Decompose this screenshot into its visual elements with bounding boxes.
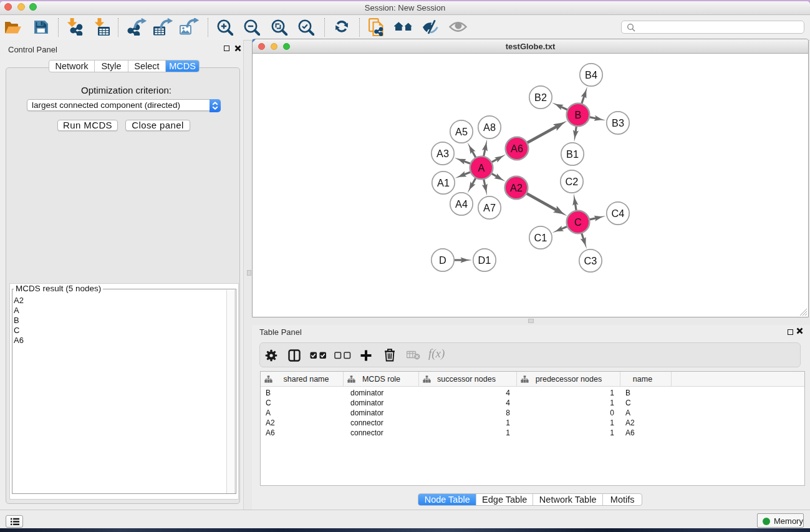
svg-text:C3: C3 [584,255,597,266]
svg-text:A7: A7 [483,202,496,213]
svg-text:B3: B3 [612,117,624,128]
svg-text:B2: B2 [534,92,547,103]
svg-text:A4: A4 [455,198,468,210]
svg-text:A6: A6 [511,143,523,154]
svg-text:A2: A2 [510,182,523,193]
svg-text:B1: B1 [566,148,579,160]
svg-text:A8: A8 [483,122,496,133]
svg-text:D1: D1 [478,254,491,266]
svg-text:A1: A1 [437,177,450,188]
svg-text:A: A [478,162,485,173]
svg-text:C: C [574,216,582,228]
svg-text:B: B [575,109,582,120]
svg-text:A5: A5 [455,126,468,137]
svg-text:C4: C4 [612,208,625,219]
svg-text:C1: C1 [534,232,547,243]
svg-text:C2: C2 [566,176,579,187]
svg-text:B4: B4 [585,69,597,80]
svg-text:D: D [439,254,446,266]
svg-text:A3: A3 [436,148,449,159]
